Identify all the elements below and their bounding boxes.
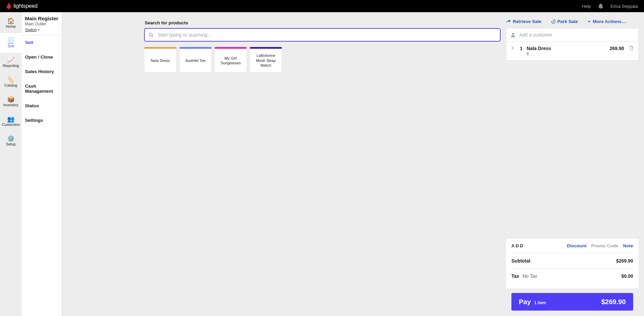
rail-label: Customers bbox=[2, 122, 20, 127]
subnav-item-openclose[interactable]: Open / Close bbox=[22, 50, 62, 64]
cart-empty-space bbox=[506, 61, 639, 238]
quick-product-name: Nala Dress bbox=[151, 58, 170, 63]
notifications-icon[interactable] bbox=[598, 3, 603, 9]
pay-item-count: 1 item bbox=[534, 300, 546, 305]
rail-item-inventory[interactable]: 📦 Inventory bbox=[0, 92, 22, 112]
retrieve-sale-label: Retrieve Sale bbox=[513, 19, 542, 24]
subnav-item-status[interactable]: Status bbox=[22, 98, 62, 113]
subnav-header: Main Register Main Outlet Switch bbox=[22, 12, 62, 35]
nav-rail: 🏠 Home 🧾 Sell 📈 Reporting 🏷️ Catalog 📦 I… bbox=[0, 12, 22, 316]
quick-product-card[interactable]: LaBoheme Mesh Strap Watch bbox=[250, 47, 282, 73]
rail-label: Catalog bbox=[4, 83, 17, 87]
subtotal-row: Subtotal $269.90 bbox=[511, 253, 633, 269]
quick-product-card[interactable]: My Girl Sunglasses bbox=[214, 47, 247, 73]
flame-icon bbox=[6, 3, 12, 9]
pay-label: Pay bbox=[519, 298, 531, 306]
layout: 🏠 Home 🧾 Sell 📈 Reporting 🏷️ Catalog 📦 I… bbox=[0, 12, 644, 316]
subnav-item-sell[interactable]: Sell bbox=[22, 35, 62, 50]
quick-products: Nala Dress Audhild Tee My Girl Sunglasse… bbox=[144, 47, 501, 73]
park-sale-label: Park Sale bbox=[557, 19, 578, 24]
people-icon: 👥 bbox=[7, 116, 15, 122]
sale-panel: Retrieve Sale Park Sale More Actions… Ad… bbox=[506, 12, 639, 316]
chevron-right-icon bbox=[511, 46, 514, 50]
product-search-area: Search for products Nala Dress Audhild T… bbox=[62, 12, 501, 316]
rail-item-home[interactable]: 🏠 Home bbox=[0, 14, 22, 33]
rail-label: Home bbox=[6, 24, 16, 28]
chevron-down-icon bbox=[37, 28, 40, 31]
rail-label: Reporting bbox=[3, 64, 19, 68]
subnav-menu: Sell Open / Close Sales History Cash Man… bbox=[22, 35, 62, 128]
add-customer-placeholder: Add a customer bbox=[519, 32, 552, 38]
rail-item-sell[interactable]: 🧾 Sell bbox=[0, 33, 22, 53]
outlet-name: Main Outlet bbox=[25, 22, 59, 26]
retrieve-sale-button[interactable]: Retrieve Sale bbox=[506, 19, 542, 24]
line-item-name: Nala Dress bbox=[527, 46, 605, 51]
switch-register-link[interactable]: Switch bbox=[25, 28, 40, 32]
more-actions-button[interactable]: More Actions… bbox=[588, 19, 626, 24]
search-icon bbox=[149, 32, 154, 37]
rail-item-reporting[interactable]: 📈 Reporting bbox=[0, 53, 22, 72]
user-name[interactable]: Erica Seppala bbox=[611, 4, 638, 9]
product-search-box[interactable] bbox=[144, 28, 501, 42]
rail-label: Inventory bbox=[3, 103, 18, 107]
svg-point-2 bbox=[512, 33, 514, 35]
share-icon bbox=[506, 20, 511, 24]
search-label: Search for products bbox=[144, 20, 501, 25]
rail-label: Setup bbox=[6, 142, 16, 146]
svg-point-0 bbox=[150, 33, 153, 36]
line-item-price: 269.90 bbox=[610, 46, 624, 51]
history-icon bbox=[551, 19, 555, 24]
subnav-item-settings[interactable]: Settings bbox=[22, 113, 62, 128]
add-customer-input[interactable]: Add a customer bbox=[506, 28, 639, 42]
line-item-variant: 6 bbox=[527, 51, 605, 56]
svg-line-1 bbox=[152, 36, 154, 37]
cart-line-item[interactable]: 1 Nala Dress 6 269.90 bbox=[506, 42, 638, 60]
add-promo-link: Promo Code bbox=[591, 243, 618, 248]
tax-name: No Tax bbox=[523, 273, 537, 279]
gear-icon: ⚙️ bbox=[7, 136, 15, 142]
line-item-qty: 1 bbox=[518, 46, 523, 51]
tax-label: Tax No Tax bbox=[511, 273, 537, 279]
topbar-right: Help Erica Seppala bbox=[582, 3, 638, 9]
topbar: lightspeed Help Erica Seppala bbox=[0, 0, 644, 12]
help-link[interactable]: Help bbox=[582, 4, 591, 9]
add-row: ADD Discount Promo Code Note bbox=[511, 243, 633, 253]
quick-product-card[interactable]: Audhild Tee bbox=[179, 47, 212, 73]
line-item-name-block: Nala Dress 6 bbox=[527, 46, 605, 56]
subnav-item-saleshistory[interactable]: Sales History bbox=[22, 64, 62, 79]
tax-row: Tax No Tax $0.00 bbox=[511, 269, 633, 284]
rail-item-catalog[interactable]: 🏷️ Catalog bbox=[0, 72, 22, 92]
pay-wrap: Pay 1 item $269.90 bbox=[506, 288, 639, 316]
pay-button[interactable]: Pay 1 item $269.90 bbox=[511, 293, 633, 311]
chart-icon: 📈 bbox=[7, 57, 15, 63]
add-note-link[interactable]: Note bbox=[623, 243, 633, 248]
subnav-item-cashmanagement[interactable]: Cash Management bbox=[22, 79, 62, 98]
brand-name: lightspeed bbox=[14, 3, 38, 9]
rail-item-customers[interactable]: 👥 Customers bbox=[0, 112, 22, 131]
add-discount-link[interactable]: Discount bbox=[567, 243, 586, 248]
person-icon bbox=[511, 32, 515, 37]
switch-label: Switch bbox=[25, 28, 37, 32]
pay-amount: $269.90 bbox=[601, 298, 626, 306]
park-sale-button[interactable]: Park Sale bbox=[551, 19, 578, 24]
box-icon: 📦 bbox=[7, 96, 15, 103]
totals-panel: ADD Discount Promo Code Note Subtotal $2… bbox=[506, 238, 639, 288]
rail-item-setup[interactable]: ⚙️ Setup bbox=[0, 131, 22, 151]
tax-label-text: Tax bbox=[511, 273, 519, 279]
cart-items: 1 Nala Dress 6 269.90 bbox=[506, 42, 639, 61]
sale-actions: Retrieve Sale Park Sale More Actions… bbox=[506, 12, 639, 28]
product-search-input[interactable] bbox=[157, 32, 496, 38]
quick-product-card[interactable]: Nala Dress bbox=[144, 47, 177, 73]
register-icon: 🧾 bbox=[7, 38, 15, 44]
more-actions-label: More Actions… bbox=[593, 19, 626, 24]
subnav: Main Register Main Outlet Switch Sell Op… bbox=[22, 12, 62, 316]
subtotal-value: $269.90 bbox=[616, 258, 633, 264]
remove-line-item-button[interactable] bbox=[629, 46, 634, 50]
caret-down-icon bbox=[588, 20, 591, 23]
tax-value: $0.00 bbox=[621, 273, 633, 279]
register-title: Main Register bbox=[25, 16, 59, 21]
brand: lightspeed bbox=[6, 3, 38, 9]
main: Search for products Nala Dress Audhild T… bbox=[62, 12, 644, 316]
home-icon: 🏠 bbox=[7, 18, 15, 24]
rail-label: Sell bbox=[8, 44, 14, 48]
